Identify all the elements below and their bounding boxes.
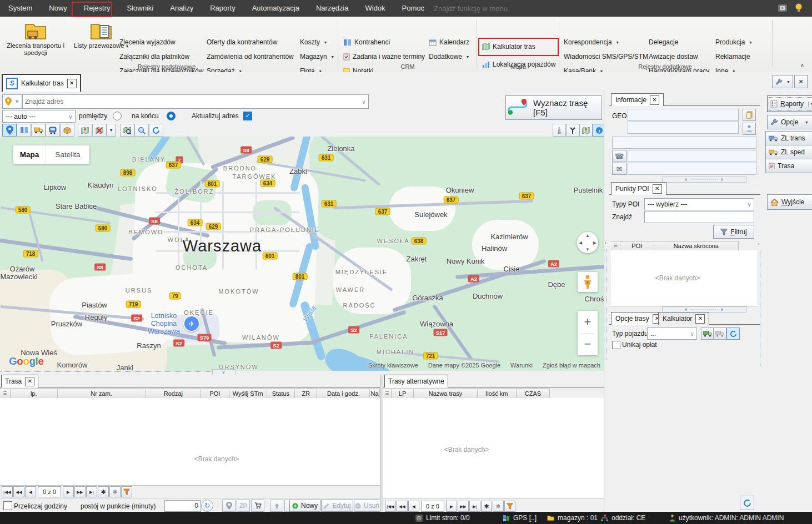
- map-tool-zoomsel-button[interactable]: [134, 124, 149, 137]
- bookmark-button[interactable]: ✱: [481, 501, 492, 512]
- mail-field[interactable]: [628, 163, 756, 175]
- column-header-status[interactable]: Status: [267, 389, 295, 399]
- tab-punkty-poi[interactable]: Punkty POI ✕: [611, 182, 666, 195]
- map-canvas[interactable]: ZielonkaZąbkiBIELANYBRÓDNOTARGÓWEKŻOLIBO…: [0, 137, 604, 371]
- poi-table-body[interactable]: <Brak danych>: [611, 250, 757, 306]
- column-header-nazwa-skrócona[interactable]: Nazwa skrócona: [654, 241, 739, 251]
- tab-kalkulator-tras[interactable]: S Kalkulator tras ✕: [2, 74, 81, 92]
- avoid-tolls-checkbox[interactable]: [612, 341, 620, 349]
- geo-input-1[interactable]: [628, 109, 739, 121]
- truck-gray-button[interactable]: [713, 328, 726, 340]
- column-header-nr-zam-[interactable]: Nr zam.: [58, 389, 146, 399]
- poi-find-input[interactable]: [644, 211, 754, 223]
- first-page-button[interactable]: |◀◀: [2, 486, 13, 497]
- ribbon-big-zlecenia-transportu[interactable]: Zlecenia transportu i spedycji: [4, 20, 67, 62]
- column-header-poi[interactable]: POI: [201, 389, 229, 399]
- atend-radio[interactable]: [167, 112, 176, 120]
- film-icon[interactable]: [778, 4, 787, 12]
- zl-trans-button[interactable]: ZL trans: [765, 131, 812, 145]
- fast-prev-button[interactable]: ◀◀: [397, 501, 408, 512]
- ribbon-item-oferty-dla-kontrahentów[interactable]: Oferty dla kontrahentów: [207, 37, 277, 48]
- ribbon-item-delegacje[interactable]: Delegacje: [649, 37, 678, 48]
- menu-item-analizy[interactable]: Analizy: [162, 0, 202, 17]
- column-header-data-i-godz-[interactable]: Data i godz.: [317, 389, 370, 399]
- expand-icon[interactable]: ›: [758, 241, 760, 246]
- map-tool-dropdown[interactable]: ▾: [107, 124, 116, 137]
- fast-next-button[interactable]: ▶▶: [458, 501, 469, 512]
- tools-dropdown-button[interactable]: ▾: [772, 75, 793, 88]
- bookmark2-button[interactable]: ✱: [109, 486, 121, 497]
- trasa-button[interactable]: Trasa: [765, 159, 812, 173]
- map-tool-mapzoom-button[interactable]: [120, 124, 134, 137]
- close-tab-icon[interactable]: ✕: [653, 184, 662, 194]
- filter-button[interactable]: [121, 486, 132, 497]
- filter-button[interactable]: [504, 501, 515, 512]
- column-header-ilość-km[interactable]: Ilość km: [478, 389, 517, 399]
- chevron-down-icon[interactable]: ▾: [805, 120, 808, 125]
- prev-page-button[interactable]: ◀: [25, 486, 36, 497]
- contact-person-button[interactable]: [743, 123, 756, 135]
- ribbon-item-kontrahenci[interactable]: Kontrahenci: [343, 37, 390, 48]
- panel-scrollbar[interactable]: [760, 250, 760, 367]
- edit-button[interactable]: Edytuj: [321, 500, 353, 512]
- next-page-button[interactable]: ▶: [446, 501, 457, 512]
- prev-page-button[interactable]: ◀: [408, 501, 419, 512]
- tab-trasa[interactable]: Trasa ✕: [1, 375, 38, 387]
- auto-mode-select[interactable]: --- auto --- ∨: [2, 110, 76, 123]
- move-up-button[interactable]: [270, 500, 283, 512]
- tab-kalkulator[interactable]: Kalkulator ✕: [658, 312, 709, 325]
- map-view-fork-button[interactable]: [566, 124, 579, 137]
- map-tool-pinblue-button[interactable]: [2, 124, 17, 137]
- alt-table-body[interactable]: <Brak danych>: [383, 398, 604, 499]
- collapse-ribbon-icon[interactable]: ∧: [800, 62, 804, 68]
- new-button[interactable]: Nowy: [289, 500, 320, 512]
- column-header-zr[interactable]: ZR: [295, 389, 317, 399]
- map-tool-book-button[interactable]: [17, 124, 31, 137]
- tab-informacje[interactable]: Informacje ✕: [611, 93, 664, 106]
- menu-item-raporty[interactable]: Raporty: [202, 0, 244, 17]
- ribbon-item-produkcja[interactable]: Produkcja▾: [715, 37, 751, 48]
- column-header-wyślij-stm[interactable]: Wyślij STm: [229, 389, 267, 399]
- ribbon-item-wiadomości-sms/gps/stm[interactable]: Wiadomości SMS/GPS/STM: [564, 51, 648, 62]
- menu-search-input[interactable]: [433, 4, 524, 13]
- wyjscie-button[interactable]: Wyjście: [767, 194, 812, 210]
- ribbon-item-korespondencja[interactable]: Korespondencja▾: [564, 37, 619, 48]
- ribbon-item-zlecenia-wyjazdów[interactable]: Zlecenia wyjazdów: [119, 37, 176, 48]
- ribbon-item-zamówienia-od-kontrahentów[interactable]: Zamówienia od kontrahentów: [207, 51, 294, 62]
- filter-button[interactable]: Filtruj: [713, 225, 754, 239]
- close-tab-icon[interactable]: ✕: [25, 377, 34, 386]
- phone-field[interactable]: [628, 150, 756, 162]
- pin-type-combo[interactable]: ▼: [2, 94, 22, 109]
- ribbon-item-awizacje-dostaw[interactable]: Awizacje dostaw: [649, 51, 698, 62]
- refresh-vehicle-button[interactable]: [726, 328, 740, 340]
- column-header-poi[interactable]: POI: [620, 241, 654, 251]
- zl-sped-button[interactable]: ZL sped: [765, 145, 812, 159]
- chevron-down-icon[interactable]: ▾: [808, 102, 812, 107]
- map-tool-mapx-button[interactable]: [92, 124, 107, 137]
- truck-green-button[interactable]: [701, 328, 714, 340]
- mail-icon[interactable]: ✉: [612, 163, 626, 175]
- geo-input-2[interactable]: [628, 122, 739, 134]
- zoom-out-button[interactable]: −: [578, 334, 598, 355]
- map-attribution-0[interactable]: Skróty klawiszowe: [368, 362, 418, 369]
- delete-button[interactable]: Usuń: [354, 500, 380, 512]
- map-attribution-2[interactable]: Warunki: [510, 362, 533, 369]
- first-page-button[interactable]: |◀◀: [385, 501, 396, 512]
- lightbulb-icon[interactable]: [795, 3, 802, 13]
- close-tab-icon[interactable]: ✕: [695, 314, 705, 324]
- ribbon-item-reklamacje[interactable]: Reklamacje: [715, 51, 750, 62]
- info-collapse-handle[interactable]: ∧ ·············· ∧: [662, 177, 746, 183]
- between-radio[interactable]: [113, 112, 122, 120]
- bookmark-button[interactable]: ✱: [98, 486, 109, 497]
- column-header-lp-[interactable]: lp.: [11, 389, 58, 399]
- menu-item-słowniki[interactable]: Słowniki: [119, 0, 162, 17]
- ribbon-item-załączniki-dla-płatników[interactable]: Załączniki dla płatników: [119, 51, 189, 62]
- stop-minutes-input[interactable]: 0: [164, 500, 201, 512]
- zr-button[interactable]: ZR: [237, 500, 250, 512]
- name-field[interactable]: [612, 137, 756, 149]
- menu-item-nowy[interactable]: Nowy: [41, 0, 76, 17]
- recalc-icon[interactable]: ↻: [201, 500, 213, 512]
- zoom-in-button[interactable]: +: [578, 311, 598, 333]
- pan-control[interactable]: ▲ ▼ ◀ ▶: [577, 232, 598, 253]
- map-type-mapa-button[interactable]: Mapa: [13, 145, 46, 164]
